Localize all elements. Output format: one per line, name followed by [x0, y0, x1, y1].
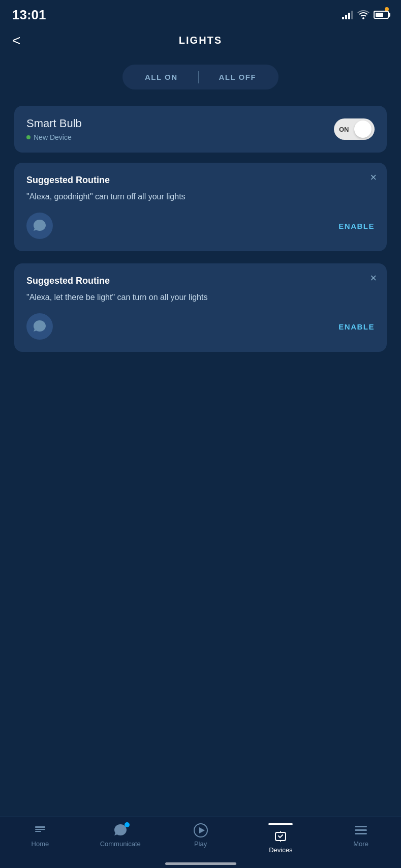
routine-close-2[interactable]: × [370, 273, 377, 284]
more-icon [353, 823, 369, 837]
active-indicator [268, 823, 293, 825]
all-on-option[interactable]: ALL ON [125, 67, 198, 87]
routine-title-1: Suggested Routine [26, 175, 375, 186]
wifi-icon [357, 10, 369, 19]
device-card[interactable]: Smart Bulb New Device ON [14, 106, 387, 153]
status-icons [342, 10, 389, 19]
toggle-label: ON [339, 126, 349, 133]
communicate-badge [125, 822, 130, 827]
battery-icon [374, 11, 389, 19]
communicate-icon [112, 823, 129, 837]
signal-icon [342, 10, 353, 19]
toggle-group: ALL ON ALL OFF [0, 65, 401, 89]
svg-rect-7 [355, 829, 367, 831]
nav-label-home: Home [32, 840, 49, 848]
page-title: LIGHTS [179, 35, 222, 46]
nav-item-home[interactable]: Home [20, 823, 60, 848]
svg-rect-8 [355, 833, 367, 834]
svg-rect-1 [35, 829, 45, 830]
nav-item-devices[interactable]: Devices [260, 823, 301, 854]
svg-marker-4 [199, 827, 205, 833]
enable-button-2[interactable]: ENABLE [338, 322, 375, 331]
svg-rect-6 [355, 826, 367, 827]
nav-label-devices: Devices [269, 846, 292, 854]
status-dot [26, 135, 30, 139]
routine-footer-2: ENABLE [26, 313, 375, 340]
nav-item-play[interactable]: Play [180, 823, 221, 848]
devices-icon [272, 829, 289, 844]
nav-label-communicate: Communicate [100, 840, 141, 848]
chat-bubble-icon-2 [33, 319, 47, 334]
bottom-nav: Home Communicate Play [0, 817, 401, 868]
routine-desc-1: "Alexa, goodnight" can turn off all your… [26, 191, 375, 202]
home-bar [165, 862, 236, 865]
status-time: 13:01 [12, 7, 46, 23]
chat-bubble-icon-1 [33, 219, 47, 233]
nav-label-play: Play [194, 840, 207, 848]
nav-item-more[interactable]: More [341, 823, 381, 848]
routine-footer-1: ENABLE [26, 213, 375, 239]
enable-button-1[interactable]: ENABLE [338, 222, 375, 230]
routine-close-1[interactable]: × [370, 172, 377, 183]
header: < LIGHTS [0, 26, 401, 54]
device-toggle[interactable]: ON [334, 118, 375, 140]
routine-desc-2: "Alexa, let there be light" can turn on … [26, 291, 375, 303]
all-off-option[interactable]: ALL OFF [199, 67, 277, 87]
toggle-knob [354, 121, 372, 138]
routine-icon-2 [26, 313, 53, 340]
nav-label-more: More [353, 840, 368, 848]
home-icon [32, 823, 48, 837]
device-info: Smart Bulb New Device [26, 117, 82, 141]
status-bar: 13:01 [0, 0, 401, 26]
play-icon [193, 823, 209, 837]
routine-title-2: Suggested Routine [26, 276, 375, 286]
nav-item-communicate[interactable]: Communicate [100, 823, 141, 848]
back-button[interactable]: < [12, 34, 20, 48]
device-status: New Device [26, 133, 82, 141]
routine-icon-1 [26, 213, 53, 239]
all-on-off-toggle[interactable]: ALL ON ALL OFF [122, 65, 279, 89]
device-status-label: New Device [34, 133, 72, 141]
svg-rect-0 [35, 826, 45, 828]
svg-rect-2 [35, 831, 41, 832]
routine-card-1: × Suggested Routine "Alexa, goodnight" c… [14, 163, 387, 251]
routine-card-2: × Suggested Routine "Alexa, let there be… [14, 263, 387, 352]
device-name: Smart Bulb [26, 117, 82, 130]
